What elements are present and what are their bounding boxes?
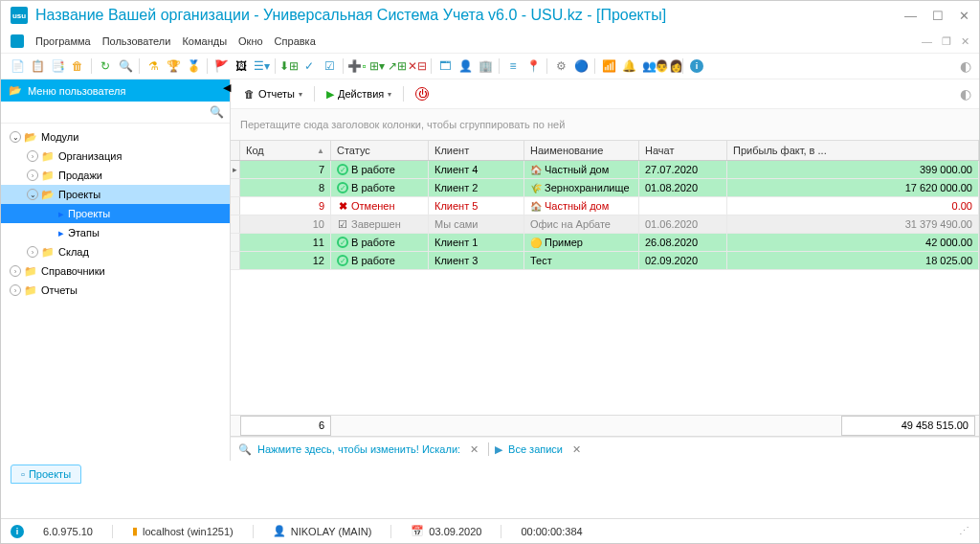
tb-trophy-icon[interactable]: 🏆 bbox=[165, 57, 182, 75]
maximize-button[interactable]: ☐ bbox=[932, 9, 944, 23]
col-client[interactable]: Клиент bbox=[429, 141, 524, 160]
tree-item[interactable]: ⌄📂Проекты bbox=[1, 185, 230, 204]
tb-info-icon[interactable]: i bbox=[688, 57, 705, 75]
mdi-minimize-button[interactable]: — bbox=[922, 35, 932, 48]
tree-item[interactable]: ▸Этапы bbox=[1, 223, 230, 242]
tb-export-icon[interactable]: ↗⊞ bbox=[389, 57, 406, 75]
tb-image-icon[interactable]: 🖼 bbox=[233, 57, 250, 75]
tb-people2-icon[interactable]: 👨‍👩 bbox=[660, 57, 678, 75]
tb-import-icon[interactable]: ⬇⊞ bbox=[280, 57, 298, 75]
tab-projects[interactable]: ▫ Проекты bbox=[11, 465, 81, 484]
tb-color-icon[interactable]: 🔵 bbox=[572, 57, 590, 75]
tb-flag-icon[interactable]: 🚩 bbox=[212, 57, 230, 75]
cell-name: 🏠Частный дом bbox=[524, 161, 639, 178]
reports-button[interactable]: 🗑 Отчеты ▾ bbox=[238, 83, 308, 104]
tb-new-icon[interactable]: 📄 bbox=[9, 57, 26, 75]
chevron-down-icon[interactable]: ⌄ bbox=[24, 189, 41, 201]
footer-count: 6 bbox=[240, 416, 331, 436]
mdi-controls: — ❐ ✕ bbox=[922, 35, 969, 48]
tb-refresh-icon[interactable]: ↻ bbox=[97, 57, 114, 75]
done-status-icon: ☑ bbox=[337, 218, 348, 230]
chevron-right-icon[interactable]: › bbox=[24, 150, 41, 163]
chevron-right-icon[interactable]: › bbox=[24, 170, 41, 182]
search-icon[interactable]: 🔍 bbox=[210, 105, 224, 119]
tree-item[interactable]: ⌄📂Модули bbox=[1, 127, 230, 147]
actions-button[interactable]: ▶ Действия ▾ bbox=[321, 83, 397, 104]
chevron-right-icon[interactable]: › bbox=[24, 246, 41, 259]
cell-code: 12 bbox=[240, 252, 331, 269]
cell-status: ✖Отменен bbox=[331, 197, 429, 215]
table-row[interactable]: 8✓В работеКлиент 2🌾Зернохранилище01.08.2… bbox=[231, 179, 979, 197]
tb-excel-icon[interactable]: ⊞▾ bbox=[368, 57, 386, 75]
all-records-clear-button[interactable]: ✕ bbox=[568, 443, 585, 456]
table-row[interactable]: ▸7✓В работеКлиент 4🏠Частный дом27.07.202… bbox=[231, 161, 979, 179]
cell-code: 7 bbox=[240, 161, 331, 178]
cell-status: ✓В работе bbox=[331, 179, 429, 196]
tb-add-icon[interactable]: ➕▫ bbox=[348, 57, 366, 75]
col-code[interactable]: Код▲ bbox=[240, 141, 331, 160]
main-area: 📂 Меню пользователя ◀ 🔍 ⌄📂Модули›📁Органи… bbox=[1, 79, 979, 461]
tb-rss-icon[interactable]: 📶 bbox=[600, 57, 617, 75]
row-marker bbox=[231, 197, 240, 215]
cell-code: 11 bbox=[240, 234, 331, 251]
statusbar: i 6.0.975.10 ▮localhost (win1251) 👤NIKOL… bbox=[1, 518, 979, 543]
tb-search-icon[interactable]: 🔍 bbox=[117, 57, 134, 75]
mdi-restore-button[interactable]: ❐ bbox=[942, 35, 951, 48]
col-date[interactable]: Начат bbox=[639, 141, 727, 160]
tree-item[interactable]: ›📁Справочники bbox=[1, 261, 230, 281]
menu-commands[interactable]: Команды bbox=[176, 33, 233, 50]
tree-item[interactable]: ›📁Склад bbox=[1, 242, 230, 261]
tb-copy-icon[interactable]: 📑 bbox=[49, 57, 66, 75]
tb-delete-icon[interactable]: 🗑 bbox=[69, 57, 86, 75]
tb-filter-icon[interactable]: ⚗ bbox=[145, 57, 162, 75]
grid-body[interactable]: ▸7✓В работеКлиент 4🏠Частный дом27.07.202… bbox=[231, 161, 979, 415]
tree-item[interactable]: ›📁Организация bbox=[1, 147, 230, 166]
tb-pin-icon[interactable]: 📍 bbox=[524, 57, 542, 75]
col-status[interactable]: Статус bbox=[331, 141, 429, 160]
tree-item[interactable]: ›📁Отчеты bbox=[1, 281, 230, 300]
close-button[interactable]: ✕ bbox=[959, 9, 969, 23]
tb-gear-icon[interactable]: ⚙ bbox=[552, 57, 569, 75]
filter-search-icon[interactable]: 🔍 bbox=[238, 443, 252, 456]
tb-podium-icon[interactable]: 🥇 bbox=[185, 57, 202, 75]
menu-help[interactable]: Справка bbox=[269, 33, 322, 50]
table-row[interactable]: 12✓В работеКлиент 3Тест02.09.202018 025.… bbox=[231, 252, 979, 270]
chevron-down-icon[interactable]: ⌄ bbox=[7, 131, 24, 144]
menu-users[interactable]: Пользователи bbox=[97, 33, 177, 50]
filter-clear-button[interactable]: ✕ bbox=[466, 443, 482, 456]
row-marker bbox=[231, 234, 240, 251]
tb-path-icon[interactable]: ≡ bbox=[504, 57, 522, 75]
tb-window-icon[interactable]: 🗔 bbox=[436, 57, 454, 75]
power-button[interactable]: ⏻ bbox=[410, 83, 434, 104]
table-row[interactable]: 9✖ОтмененКлиент 5🏠Частный дом0.00 bbox=[231, 197, 979, 215]
content-overflow-icon[interactable]: ◐ bbox=[960, 86, 971, 102]
toolbar-overflow-icon[interactable]: ◐ bbox=[960, 58, 971, 74]
chevron-right-icon[interactable]: › bbox=[7, 284, 24, 297]
sidebar-collapse-button[interactable]: ◀ bbox=[223, 81, 231, 94]
resize-grip-icon[interactable]: ⋰ bbox=[959, 525, 969, 537]
tree-item[interactable]: ▸Проекты bbox=[1, 204, 230, 223]
tb-edit-icon[interactable]: 📋 bbox=[29, 57, 46, 75]
tree-item[interactable]: ›📁Продажи bbox=[1, 166, 230, 185]
table-row[interactable]: 11✓В работеКлиент 1🟡Пример26.08.202042 0… bbox=[231, 234, 979, 252]
chevron-right-icon[interactable]: › bbox=[7, 265, 24, 278]
filter-edit-link[interactable]: Нажмите здесь, чтобы изменить! Искали: bbox=[257, 443, 460, 455]
minimize-button[interactable]: — bbox=[904, 9, 917, 23]
tb-check-icon[interactable]: ✓ bbox=[301, 57, 318, 75]
all-records-link[interactable]: Все записи bbox=[508, 443, 563, 455]
sidebar-header: 📂 Меню пользователя bbox=[1, 79, 230, 102]
tb-checkall-icon[interactable]: ☑ bbox=[321, 57, 338, 75]
menu-window[interactable]: Окно bbox=[233, 33, 269, 50]
group-by-hint[interactable]: Перетащите сюда заголовок колонки, чтобы… bbox=[231, 109, 979, 141]
menu-program[interactable]: Программа bbox=[30, 33, 97, 50]
tb-building-icon[interactable]: 🏢 bbox=[477, 57, 494, 75]
table-row[interactable]: 10☑ЗавершенМы самиОфис на Арбате01.06.20… bbox=[231, 215, 979, 234]
col-profit[interactable]: Прибыль факт, в ... bbox=[727, 141, 979, 160]
tb-bell-icon[interactable]: 🔔 bbox=[620, 57, 637, 75]
tb-list-icon[interactable]: ☰▾ bbox=[253, 57, 270, 75]
tb-user-icon[interactable]: 👤 bbox=[457, 57, 474, 75]
mdi-close-button[interactable]: ✕ bbox=[961, 35, 969, 48]
col-name[interactable]: Наименование bbox=[524, 141, 639, 160]
status-info[interactable]: i bbox=[11, 525, 24, 538]
tb-removerow-icon[interactable]: ✕⊟ bbox=[409, 57, 426, 75]
